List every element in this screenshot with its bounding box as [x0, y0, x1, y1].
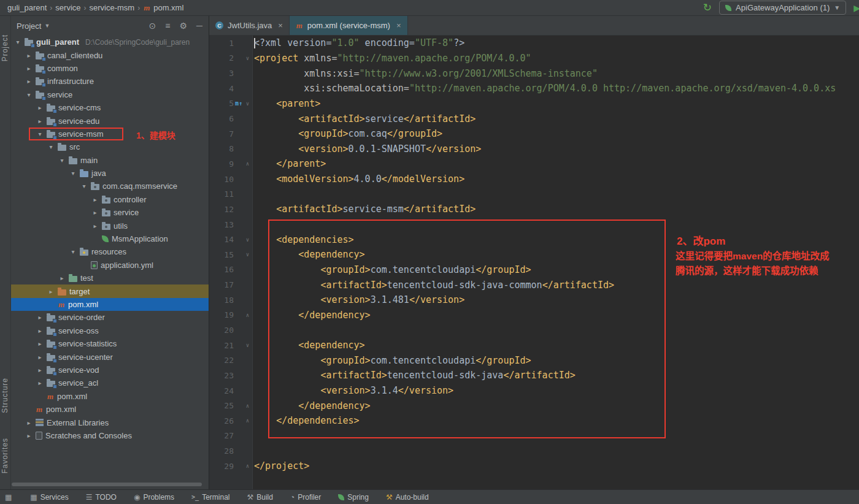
line-number[interactable]: 27 [209, 431, 234, 440]
tree-item-external-libraries[interactable]: ▸External Libraries [10, 416, 209, 429]
line-number[interactable]: 16 [209, 265, 234, 274]
code-line-24[interactable]: 24 <version>3.1.4</version> [209, 383, 859, 399]
chevron-right-icon[interactable]: ▸ [25, 52, 33, 59]
code-line-21[interactable]: 21∨ <dependency> [209, 338, 859, 353]
line-number[interactable]: 12 [209, 205, 234, 214]
line-number[interactable]: 18 [209, 296, 234, 305]
code-line-5[interactable]: 5m↑∨ <parent> [209, 96, 859, 112]
code-line-14[interactable]: 14∨ <dependencies> [209, 232, 859, 247]
maven-reload-icon[interactable]: ↻ [703, 2, 712, 13]
code-line-20[interactable]: 20 [209, 323, 859, 338]
close-icon[interactable]: × [278, 21, 283, 30]
tree-item-test[interactable]: ▸test [10, 272, 209, 284]
statusbar-item-problems[interactable]: ◉Problems [134, 493, 174, 502]
code-line-1[interactable]: 1<?xml version="1.0" encoding="UTF-8"?> [209, 36, 859, 51]
fold-open-icon[interactable]: ∨ [244, 251, 252, 258]
fold-open-icon[interactable]: ∨ [244, 237, 252, 243]
code-line-17[interactable]: 17 <artifactId>tencentcloud-sdk-java-com… [209, 277, 859, 292]
code-line-11[interactable]: 11 [209, 186, 859, 202]
chevron-right-icon[interactable]: ▸ [91, 196, 99, 203]
run-config-selector[interactable]: ApiGatewayApplication (1) ▼ [719, 1, 846, 15]
line-number[interactable]: 1 [209, 39, 234, 48]
code-line-26[interactable]: 26∧ </dependencies> [209, 413, 859, 429]
code-line-7[interactable]: 7 <groupId>com.caq</groupId> [209, 126, 859, 142]
code-line-27[interactable]: 27 [209, 429, 859, 444]
fold-open-icon[interactable]: ∨ [244, 55, 252, 61]
code-line-4[interactable]: 4 xsi:schemaLocation="http://maven.apach… [209, 81, 859, 96]
line-number[interactable]: 13 [209, 220, 234, 229]
chevron-down-icon[interactable]: ▾ [58, 157, 66, 164]
line-number[interactable]: 26 [209, 416, 234, 426]
line-number[interactable]: 23 [209, 371, 234, 380]
statusbar-item-terminal[interactable]: >_Terminal [191, 493, 229, 502]
scrollbar-thumb[interactable] [12, 483, 202, 486]
chevron-right-icon[interactable]: ▸ [36, 367, 44, 373]
breadcrumb-item-pom-xml[interactable]: mpom.xml [142, 3, 185, 12]
tree-item-target[interactable]: ▸target [10, 284, 209, 297]
tree-item-service[interactable]: ▾service [10, 88, 209, 101]
line-number[interactable]: 9 [209, 159, 234, 169]
fold-close-icon[interactable]: ∧ [244, 312, 252, 318]
line-number[interactable]: 19 [209, 310, 234, 319]
code-line-13[interactable]: 13 [209, 217, 859, 232]
tree-item-scratches-and-consoles[interactable]: ▸Scratches and Consoles [10, 429, 209, 442]
tree-item-guli-parent[interactable]: ▾guli_parentD:\Code\SpringCode\guli_pare… [10, 36, 209, 48]
tree-item-pom-xml[interactable]: mpom.xml [10, 298, 209, 311]
chevron-right-icon[interactable]: ▸ [91, 223, 99, 229]
statusbar-item-spring[interactable]: Spring [338, 493, 369, 502]
chevron-right-icon[interactable]: ▸ [36, 354, 44, 361]
statusbar-item-auto-build[interactable]: ⚒Auto-build [386, 493, 429, 502]
settings-icon[interactable]: ⚙ [180, 21, 188, 31]
tree-item-src[interactable]: ▾src [10, 140, 209, 153]
tree-item-service-acl[interactable]: ▸service_acl [10, 376, 209, 389]
line-number[interactable]: 7 [209, 129, 234, 139]
locate-icon[interactable]: ⊙ [149, 21, 156, 31]
chevron-down-icon[interactable]: ▾ [47, 143, 55, 150]
tree-item-java[interactable]: ▾java [10, 167, 209, 180]
line-number[interactable]: 15 [209, 250, 234, 259]
chevron-down-icon[interactable]: ▾ [80, 183, 88, 189]
fold-open-icon[interactable]: ∨ [244, 342, 252, 348]
chevron-right-icon[interactable]: ▸ [47, 288, 55, 295]
tree-item-service-edu[interactable]: ▸service-edu [10, 114, 209, 127]
tree-item-application-yml[interactable]: application.yml [10, 259, 209, 272]
tree-item-infrastructure[interactable]: ▸infrastructure [10, 75, 209, 88]
tree-item-pom-xml[interactable]: mpom.xml [10, 390, 209, 403]
line-number[interactable]: 24 [209, 386, 234, 395]
chevron-right-icon[interactable]: ▸ [25, 419, 33, 426]
run-button[interactable]: ▶ [853, 3, 859, 13]
stripe-tab-project[interactable]: Project [1, 34, 9, 61]
tree-item-service-msm[interactable]: ▾service-msm1、建模块 [10, 128, 209, 140]
line-number[interactable]: 4 [209, 84, 234, 93]
statusbar-item-services[interactable]: ▦Services [30, 493, 68, 502]
hide-icon[interactable]: ─ [196, 21, 202, 31]
code-line-25[interactable]: 25∧ </dependency> [209, 398, 859, 413]
fold-close-icon[interactable]: ∧ [244, 418, 252, 424]
chevron-right-icon[interactable]: ▸ [36, 118, 44, 124]
close-icon[interactable]: × [396, 21, 401, 30]
tree-item-main[interactable]: ▾main [10, 154, 209, 167]
chevron-right-icon[interactable]: ▸ [36, 340, 44, 347]
line-number[interactable]: 14 [209, 235, 234, 244]
code-line-9[interactable]: 9∧ </parent> [209, 156, 859, 172]
line-number[interactable]: 28 [209, 446, 234, 456]
chevron-right-icon[interactable]: ▸ [36, 314, 44, 321]
line-number[interactable]: 2 [209, 53, 234, 63]
chevron-right-icon[interactable]: ▸ [36, 380, 44, 386]
statusbar-item-profiler[interactable]: ◔Profiler [290, 493, 321, 502]
tree-item-com-caq-msmservice[interactable]: ▾com.caq.msmservice [10, 180, 209, 193]
tree-item-pom-xml[interactable]: mpom.xml [10, 403, 209, 416]
code-line-23[interactable]: 23 <artifactId>tencentcloud-sdk-java</ar… [209, 368, 859, 383]
line-number[interactable]: 3 [209, 69, 234, 78]
tab-pom-xml-service-msm[interactable]: mpom.xml (service-msm)× [290, 16, 408, 35]
breadcrumb-item-guli-parent[interactable]: guli_parent [6, 3, 48, 12]
tree-item-service-vod[interactable]: ▸service-vod [10, 364, 209, 376]
code-line-16[interactable]: 16 <groupId>com.tencentcloudapi</groupId… [209, 262, 859, 278]
code-line-3[interactable]: 3 xmlns:xsi="http://www.w3.org/2001/XMLS… [209, 66, 859, 81]
fold-close-icon[interactable]: ∧ [244, 403, 252, 409]
line-number[interactable]: 8 [209, 144, 234, 153]
code-line-18[interactable]: 18 <version>3.1.481</version> [209, 292, 859, 308]
chevron-right-icon[interactable]: ▸ [58, 275, 66, 281]
tool-windows-toggle-icon[interactable]: ▦ [5, 493, 12, 502]
fold-close-icon[interactable]: ∧ [244, 463, 252, 469]
